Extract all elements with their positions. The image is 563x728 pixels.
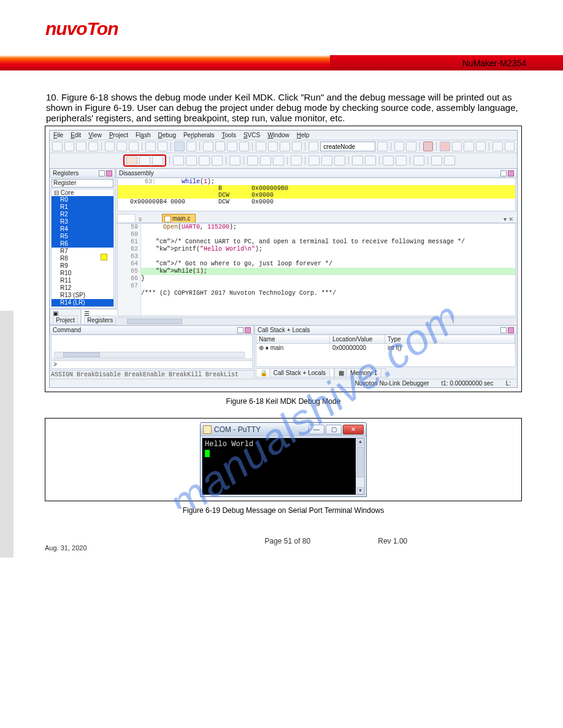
reg-r10[interactable]: R10 <box>52 270 113 277</box>
tb-reset-icon[interactable] <box>126 156 137 165</box>
tb-symbols-icon[interactable] <box>273 156 284 165</box>
tb-open-icon[interactable] <box>64 142 75 151</box>
tb-stop-icon[interactable] <box>152 156 163 165</box>
tb-runto-icon[interactable] <box>212 156 223 165</box>
tab-close-icon[interactable]: ▾ ✕ <box>500 216 517 222</box>
tb-memory-icon[interactable] <box>334 156 345 165</box>
tb-windows-icon[interactable] <box>492 142 503 151</box>
tab-callstack[interactable]: 🔒 Call Stack + Locals <box>256 368 334 377</box>
tab-main-c[interactable]: main.c <box>162 214 196 222</box>
close-icon[interactable] <box>508 170 514 176</box>
menu-project[interactable]: Project <box>109 132 128 138</box>
reg-r9[interactable]: R9 <box>52 262 113 270</box>
reg-r12[interactable]: R12 <box>52 284 113 292</box>
vertical-scrollbar[interactable]: ▲ ▼ <box>356 438 364 495</box>
table-row[interactable]: ⊕ ♦ main 0x00000000 int f() <box>256 344 515 352</box>
tb-watch-icon[interactable] <box>321 156 332 165</box>
scroll-up-icon[interactable]: ▲ <box>357 438 364 446</box>
col-type[interactable]: Type <box>385 335 515 343</box>
menu-window[interactable]: Window <box>267 132 289 138</box>
tb-find-icon[interactable] <box>308 142 319 151</box>
scroll-thumb[interactable] <box>357 447 364 477</box>
tb-copy-icon[interactable] <box>117 142 127 151</box>
code-editor[interactable]: 596061626364656667 Open(UART0, 115200); … <box>117 223 516 316</box>
tb-bp-killall-icon[interactable] <box>476 142 486 151</box>
tb-serial-icon[interactable] <box>352 156 363 165</box>
reg-r6[interactable]: R6 <box>52 240 113 248</box>
reg-r13[interactable]: R13 (SP) <box>52 292 113 299</box>
disassembly-view[interactable]: 63: while(1); B 0x000009B0 DCW 0x0000 0x… <box>117 178 516 211</box>
tb-uncomment-icon[interactable] <box>292 142 302 151</box>
tb-callstack-icon[interactable] <box>308 156 320 165</box>
tb-nav-fwd-icon[interactable] <box>186 142 197 151</box>
reg-r5[interactable]: R5 <box>52 233 113 240</box>
tb-incsearch-icon[interactable] <box>406 142 416 151</box>
reg-r4[interactable]: R4 <box>52 226 113 233</box>
menu-edit[interactable]: Edit <box>71 132 81 138</box>
register-combo[interactable]: Register <box>52 179 113 188</box>
tb-saveall-icon[interactable] <box>88 142 99 151</box>
ide-menubar[interactable]: File Edit View Project Flash Debug Perip… <box>50 131 517 140</box>
pin-icon[interactable] <box>237 327 243 333</box>
putty-titlebar[interactable]: COM - PuTTY — ▢ ✕ <box>201 423 366 436</box>
tb-stepout-icon[interactable] <box>199 156 210 165</box>
tb-bookmark-icon[interactable] <box>203 142 213 151</box>
horizontal-scrollbar[interactable] <box>116 317 517 325</box>
tab-project[interactable]: ▣ Project <box>50 309 81 325</box>
tb-debug-icon[interactable] <box>423 142 434 151</box>
scrollbar[interactable] <box>54 352 245 358</box>
pin-icon[interactable] <box>500 327 507 333</box>
reg-r1[interactable]: R1 <box>52 203 113 211</box>
scroll-down-icon[interactable]: ▼ <box>357 487 364 495</box>
tb-bp-disable-icon[interactable] <box>464 142 474 151</box>
command-input[interactable]: > <box>51 360 253 369</box>
search-combo[interactable] <box>320 142 375 151</box>
pin-icon[interactable] <box>500 170 507 176</box>
tb-stepover-icon[interactable] <box>186 156 197 165</box>
menu-peripherals[interactable]: Peripherals <box>183 132 215 138</box>
tb-bp-enable-icon[interactable] <box>452 142 462 151</box>
tb-bookmark-prev-icon[interactable] <box>215 142 226 151</box>
col-loc[interactable]: Location/Value <box>330 335 385 343</box>
tb-bookmark-clear-icon[interactable] <box>239 142 250 151</box>
tb-indent-out-icon[interactable] <box>268 142 278 151</box>
tb-redo-icon[interactable] <box>158 142 168 151</box>
tb-regs-icon[interactable] <box>291 156 302 165</box>
menu-debug[interactable]: Debug <box>158 132 175 138</box>
tb-trace-icon[interactable] <box>383 156 394 165</box>
close-icon[interactable] <box>245 327 251 333</box>
tb-sysview-icon[interactable] <box>396 156 407 165</box>
tb-undo-icon[interactable] <box>145 142 156 151</box>
command-output[interactable] <box>51 335 253 359</box>
tb-indent-in-icon[interactable] <box>256 142 266 151</box>
reg-r14[interactable]: R14 (LR) <box>52 299 113 306</box>
close-button[interactable]: ✕ <box>343 425 364 434</box>
pin-icon[interactable] <box>99 170 105 176</box>
menu-tools[interactable]: Tools <box>222 132 236 138</box>
minimize-button[interactable]: — <box>308 425 324 434</box>
reg-r3[interactable]: R3 <box>52 218 113 226</box>
menu-svcs[interactable]: SVCS <box>243 132 260 138</box>
menu-view[interactable]: View <box>88 132 102 138</box>
reg-r0[interactable]: R0 <box>52 196 113 203</box>
tb-bp-insert-icon[interactable] <box>440 142 450 151</box>
menu-file[interactable]: File <box>53 132 63 138</box>
tb-nav-back-icon[interactable] <box>174 142 185 151</box>
tb-new-icon[interactable] <box>52 142 63 151</box>
tb-paste-icon[interactable] <box>129 142 139 151</box>
reg-r2[interactable]: R2 <box>52 211 113 218</box>
tb-analysis-icon[interactable] <box>365 156 376 165</box>
close-icon[interactable] <box>508 327 514 333</box>
tb-disasm-icon[interactable] <box>260 156 271 165</box>
menu-flash[interactable]: Flash <box>136 132 150 138</box>
tb-cmd-icon[interactable] <box>247 156 258 165</box>
register-tree[interactable]: ⊟ Core R0 R1 R2 R3 R4 R5 R6 R7 R8 R9 R10… <box>51 189 114 307</box>
tb-comment-icon[interactable] <box>280 142 290 151</box>
menu-help[interactable]: Help <box>297 132 310 138</box>
tb-config-icon[interactable] <box>505 142 515 151</box>
tb-options-icon[interactable] <box>444 156 455 165</box>
callstack-table[interactable]: Name Location/Value Type ⊕ ♦ main 0x0000… <box>256 335 516 367</box>
close-icon[interactable] <box>106 170 112 176</box>
tb-save-icon[interactable] <box>76 142 86 151</box>
terminal-output[interactable]: Hello World <box>202 438 356 495</box>
